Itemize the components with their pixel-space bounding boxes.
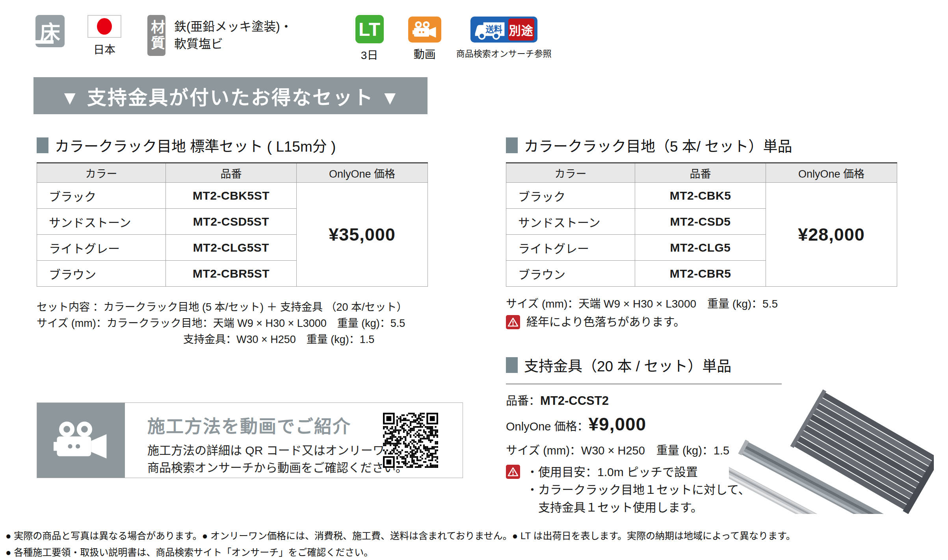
set-section-title-text: カラークラック目地 標準セット ( L15m分 ) (55, 135, 336, 156)
color-cell: サンドストーン (37, 209, 166, 235)
single-section-title: カラークラック目地（5 本/ セット）単品 (506, 135, 792, 156)
single-warning-text: 経年により色落ちがあります。 (526, 314, 685, 330)
video-available-unit: 動画 (408, 15, 441, 61)
price-cell: ¥35,000 (297, 183, 428, 287)
leadtime-icon: LT (355, 15, 384, 43)
video-camera-icon (54, 420, 109, 461)
color-cell: ライトグレー (506, 235, 635, 261)
col-header-color: カラー (37, 163, 166, 183)
video-text-line2: 商品検索オンサーチから動画をご確認ください。 (147, 459, 407, 477)
video-info-box: 施工方法を動画でご紹介 施工方法の詳細は QR コード又はオンリーワン 商品検索… (37, 402, 463, 478)
set-note-contents: セット内容 ：カラークラック目地 (5 本/セット) ＋ 支持金具 （20 本/… (37, 299, 407, 315)
col-header-code: 品番 (635, 163, 766, 183)
code-cell: MT2-CBK5 (635, 183, 766, 209)
set-note-bracket-size: 支持金具：W30 × H250 重量 (kg)：1.5 (37, 332, 407, 348)
single-product-table: カラー 品番 OnlyOne 価格 ブラック MT2-CBK5 ¥28,000 … (506, 162, 897, 287)
table-header-row: カラー 品番 OnlyOne 価格 (37, 163, 428, 183)
warning-icon (506, 315, 520, 329)
code-cell: MT2-CSD5ST (166, 209, 297, 235)
single-notes: サイズ (mm)：天端 W9 × H30 × L3000 重量 (kg)：5.5… (506, 296, 778, 330)
floor-badge-underline (35, 40, 54, 44)
section-marker-icon (506, 137, 518, 153)
japan-flag-icon (87, 15, 121, 38)
video-camera-icon (408, 17, 441, 43)
video-text: 施工方法の詳細は QR コード又はオンリーワン 商品検索オンサーチから動画をご確… (147, 442, 407, 477)
section-marker-icon (37, 137, 48, 153)
qr-code (383, 413, 438, 468)
table-header-row: カラー 品番 OnlyOne 価格 (506, 163, 897, 183)
shipping-betto-badge: 別途 (508, 19, 534, 41)
set-note-size: サイズ (mm)：カラークラック目地：天端 W9 × H30 × L3000 重… (37, 315, 407, 332)
flag-sun (97, 18, 112, 35)
code-cell: MT2-CBR5ST (166, 261, 297, 287)
leadtime-label: 3日 (361, 46, 378, 62)
shipping-extra-icon: 送料 別途 (470, 17, 537, 43)
video-text-line1: 施工方法の詳細は QR コード又はオンリーワン (147, 442, 407, 459)
table-row: ブラック MT2-CBK5 ¥28,000 (506, 183, 897, 209)
product-photo (729, 360, 934, 514)
color-cell: ブラック (37, 183, 166, 209)
material-unit: 材質 鉄(亜鉛メッキ塗装)・ 軟質塩ビ (147, 15, 292, 56)
color-cell: ブラウン (506, 261, 635, 287)
code-cell: MT2-CBR5 (635, 261, 766, 287)
section-marker-icon (506, 357, 518, 373)
truck-icon: 送料 (472, 19, 508, 41)
material-line2: 軟質塩ビ (174, 35, 292, 53)
bracket-warning-line3: 支持金具１セット使用します。 (526, 499, 750, 516)
color-cell: ブラック (506, 183, 635, 209)
warning-icon (506, 465, 520, 479)
set-section-title: カラークラック目地 標準セット ( L15m分 ) (37, 135, 336, 156)
code-cell: MT2-CSD5 (635, 209, 766, 235)
footer-notes: ● 実際の商品と写真は異なる場合があります。● オンリーワン価格には、消費税、施… (6, 528, 796, 560)
color-cell: ライトグレー (37, 235, 166, 261)
code-cell: MT2-CLG5 (635, 235, 766, 261)
floor-category-unit: 床 (35, 15, 65, 47)
price-cell: ¥28,000 (766, 183, 897, 287)
set-notes: セット内容 ：カラークラック目地 (5 本/セット) ＋ 支持金具 （20 本/… (37, 299, 407, 348)
shipping-unit: 送料 別途 商品検索オンサーチ参照 (456, 15, 552, 59)
single-section-title-text: カラークラック目地（5 本/ セット）単品 (524, 135, 792, 156)
code-cell: MT2-CBK5ST (166, 183, 297, 209)
col-header-price: OnlyOne 価格 (297, 163, 428, 183)
footer-line1: ● 実際の商品と写真は異なる場合があります。● オンリーワン価格には、消費税、施… (6, 528, 796, 544)
bracket-price: ¥9,000 (589, 414, 647, 435)
single-warning-line: 経年により色落ちがあります。 (506, 314, 778, 330)
bracket-code: MT2-CCST2 (540, 394, 609, 408)
footer-line2: ● 各種施工要領・取扱い説明書は、商品検索サイト「オンサーチ」をご確認ください。 (6, 544, 796, 560)
country-label: 日本 (93, 41, 115, 57)
floor-category-icon: 床 (35, 15, 65, 47)
col-header-color: カラー (506, 163, 635, 183)
col-header-code: 品番 (166, 163, 297, 183)
col-header-price: OnlyOne 価格 (766, 163, 897, 183)
bracket-warning-line1: ・使用目安：1.0m ピッチで設置 (526, 463, 750, 481)
single-note-size: サイズ (mm)：天端 W9 × H30 × L3000 重量 (kg)：5.5 (506, 296, 778, 312)
video-title: 施工方法を動画でご紹介 (147, 412, 407, 438)
bracket-price-label: OnlyOne 価格： (506, 417, 589, 434)
bracket-code-label: 品番： (506, 395, 540, 407)
code-cell: MT2-CLG5ST (166, 235, 297, 261)
catalog-page: 床 日本 材質 鉄(亜鉛メッキ塗装)・ 軟質塩ビ LT 3日 (0, 0, 948, 560)
bracket-section-title-text: 支持金具（20 本 / セット）単品 (524, 354, 731, 376)
material-icon: 材質 (147, 15, 165, 56)
svg-text:送料: 送料 (485, 24, 502, 34)
shipping-label: 商品検索オンサーチ参照 (456, 46, 552, 59)
color-cell: サンドストーン (506, 209, 635, 235)
material-line1: 鉄(亜鉛メッキ塗装)・ (174, 18, 292, 35)
material-text: 鉄(亜鉛メッキ塗装)・ 軟質塩ビ (174, 15, 292, 56)
video-panel (37, 403, 125, 478)
leadtime-unit: LT 3日 (355, 15, 384, 62)
table-row: ブラック MT2-CBK5ST ¥35,000 (37, 183, 428, 209)
video-label: 動画 (414, 46, 436, 61)
bracket-warning-lines: ・使用目安：1.0m ピッチで設置 ・カラークラック目地１セットに対して、 支持… (526, 463, 750, 516)
bracket-warning-line2: ・カラークラック目地１セットに対して、 (526, 481, 750, 499)
video-content: 施工方法を動画でご紹介 施工方法の詳細は QR コード又はオンリーワン 商品検索… (147, 412, 407, 477)
country-unit: 日本 (87, 15, 121, 57)
set-product-table: カラー 品番 OnlyOne 価格 ブラック MT2-CBK5ST ¥35,00… (37, 162, 428, 287)
color-cell: ブラウン (37, 261, 166, 287)
promo-banner: ▼ 支持金具が付いたお得なセット ▼ (33, 77, 428, 114)
header-icon-row: 床 日本 材質 鉄(亜鉛メッキ塗装)・ 軟質塩ビ LT 3日 (35, 15, 552, 62)
